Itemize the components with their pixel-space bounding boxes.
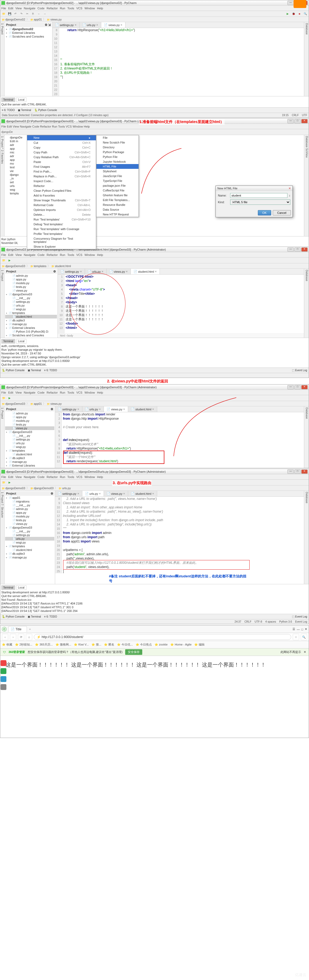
menu-navigate[interactable]: Navigate [24, 253, 35, 256]
tree-item[interactable]: 📄admin.py [5, 507, 54, 511]
browser-min-button[interactable]: — [297, 628, 300, 631]
bookmark-item[interactable]: ⭐ 365天历... [35, 643, 53, 647]
menu-item[interactable]: Find in Path...Ctrl+Shift+F [27, 169, 96, 174]
editor-tab[interactable]: 📄urls.py✕ [80, 22, 101, 28]
menu-item[interactable]: Gherkin feature file [96, 193, 139, 197]
menu-run[interactable]: Run [60, 391, 65, 394]
menu-run[interactable]: Run [60, 253, 65, 256]
maximize-button[interactable]: □ [295, 469, 301, 474]
tree-item[interactable]: 📄models.py [5, 281, 57, 285]
cancel-button[interactable]: Cancel [273, 210, 291, 215]
browser-tab[interactable]: 📄 Title [8, 626, 27, 632]
database-sidebar-tab[interactable]: Database [304, 269, 309, 338]
code[interactable]: return HttpResponse("<h1>Hello,World!</h… [59, 28, 304, 96]
tree-item[interactable]: 📄tests.py [5, 518, 54, 522]
menu-item[interactable]: Python File [96, 154, 139, 159]
menu-item[interactable]: HTML File [96, 164, 139, 169]
menu-item[interactable]: TypeScript File [96, 178, 139, 183]
tree-item[interactable]: ▸📄db.sqlite3 [5, 552, 54, 555]
tree-item[interactable]: 📄views.py [5, 289, 57, 293]
project-sidebar-tab[interactable]: 1: Project 7: Structure [0, 491, 5, 584]
vicon-3[interactable] [0, 676, 6, 682]
open-icon[interactable]: 📁 [2, 11, 6, 16]
stop-icon[interactable]: ■ [297, 11, 302, 16]
menubar[interactable]: FileEditViewNavigateCodeRefactorRunTools… [0, 252, 309, 258]
menu-item[interactable]: Jupyter Notebook [96, 159, 139, 164]
tree-item[interactable]: 📄views.py [5, 426, 54, 430]
tree-item[interactable]: 📄migrations [5, 500, 54, 503]
bookmark-item[interactable]: ⭐ 微格网... [56, 643, 71, 647]
browser-close-button[interactable]: ✕ [305, 627, 307, 631]
minimize-button[interactable]: — [287, 385, 294, 389]
menu-item[interactable]: PasteCtrl+V [27, 159, 96, 164]
editor-tabs[interactable]: 📄settings.py✕📄urls.py✕📄views.py✕📄student… [55, 491, 304, 497]
menu-item[interactable]: Run 'Test templates'Ctrl+Shift+F10 [27, 217, 96, 222]
tree-item[interactable]: ▸📄templates [5, 544, 54, 548]
updown-icon[interactable]: ↕ [289, 194, 291, 197]
menu-item[interactable]: JavaScript File [96, 173, 139, 178]
editor-tabs[interactable]: 📄settings.py✕📄urls.py✕📄views.py✕📄student… [55, 406, 304, 412]
tree-item[interactable]: ▸📄templates [5, 449, 54, 452]
menu-item[interactable]: Copy Relative PathCtrl+Alt+Shift+C [27, 155, 96, 159]
local-tab[interactable]: Local [16, 97, 26, 102]
browser-security-bar[interactable]: 🛡 360登录管家 想安全保存该问题的登录密码？（有他人也用这电脑,建议在"退出… [0, 648, 309, 656]
menu-window[interactable]: Window [84, 253, 95, 256]
debug-icon[interactable]: 🐞 [291, 11, 296, 16]
forward-icon[interactable]: → [42, 11, 47, 16]
tree-item[interactable]: 📄apps.py [5, 277, 57, 281]
menubar[interactable]: FileEditViewNavigateCodeRefactorRunTools… [0, 474, 309, 480]
tree-item[interactable]: 📄tests.py [5, 423, 54, 426]
menu-window[interactable]: Window [84, 476, 95, 479]
editor[interactable]: 891011121314151617181920212223 return Ht… [53, 28, 304, 96]
tree-item[interactable]: 📄settings.py [5, 438, 54, 441]
menu-vcs[interactable]: VCS [76, 391, 83, 394]
menu-item[interactable]: Reformat CodeCtrl+Alt+L [27, 203, 96, 207]
menu-vcs[interactable]: VCS [76, 7, 83, 10]
menu-item[interactable]: CutCtrl+X [27, 140, 96, 145]
menu-view[interactable]: View [16, 7, 22, 10]
menu-item[interactable]: Copy PathCtrl+Shift+C [27, 150, 96, 155]
menu-item[interactable]: Delete...Delete [27, 212, 96, 217]
python-console-tab[interactable]: 🐍 Python Console [34, 109, 57, 111]
tree-item[interactable]: 📄__init__.py [5, 530, 54, 533]
menu-item[interactable]: New HTTP Request [96, 212, 139, 217]
editor-tabs[interactable]: 📄settings.py✕📄urls.py✕📄views.py✕ [53, 22, 304, 28]
project-tree[interactable]: Project⚙ 📄admin.py📄apps.py📄models.py📄tes… [5, 406, 55, 468]
tree-item[interactable]: 📄urls.py [5, 304, 57, 307]
menubar[interactable]: FileEditViewNavigateCodeRefactorRunTools… [0, 390, 309, 395]
copy-icon[interactable]: ⎘ [30, 11, 35, 16]
database-sidebar-tab[interactable]: Database [304, 406, 309, 468]
editor-tab[interactable]: 📄views.py✕ [107, 269, 131, 274]
breadcrumb-item[interactable]: djangoDemo02 [2, 18, 26, 21]
menu-item[interactable]: Find UsagesAlt+F7 [27, 164, 96, 169]
bookmark-item[interactable]: ⭐ 搜... [91, 643, 101, 647]
menu-item[interactable]: Optimize ImportsCtrl+Alt+O [27, 207, 96, 212]
menu-window[interactable]: Window [84, 7, 95, 10]
menu-help[interactable]: Help [97, 476, 103, 479]
menu-run[interactable]: Run [60, 7, 65, 10]
menu-item[interactable]: Resource Bundle [96, 202, 139, 207]
databar[interactable]: Data Sources Detected: Connection proper… [2, 114, 108, 117]
home-button[interactable]: ⌂ [26, 634, 32, 640]
tree-item[interactable]: 📄models.py [5, 419, 54, 423]
vicon-4[interactable] [0, 684, 6, 690]
tree-item[interactable]: 📄Python 3.6 (Python36) D: [5, 330, 57, 333]
sec-right[interactable]: 此网站不再提示 [280, 650, 301, 654]
menu-tools[interactable]: Tools [67, 7, 74, 10]
menu-help[interactable]: Help [97, 253, 103, 256]
new-tab-button[interactable]: ＋ [29, 627, 32, 631]
editor-tab[interactable]: 📄urls.py✕ [82, 406, 104, 412]
terminal[interactable]: TerminalLocal Starting development serve… [0, 584, 309, 614]
menu-help[interactable]: Help [97, 7, 103, 10]
menu-icon[interactable]: ☰ [293, 627, 295, 631]
tree-item[interactable]: ▸📄manage.py [5, 322, 57, 326]
menu-item[interactable]: Data Source [96, 207, 139, 212]
breadcrumb-item[interactable]: templates [30, 264, 47, 268]
run-icon[interactable]: ▶ [7, 258, 12, 263]
menu-item[interactable]: Show in Explorer [27, 244, 96, 249]
context-menu-new[interactable]: FileNew Scratch FileDirectoryPython Pack… [96, 135, 139, 217]
project-sidebar-tab[interactable]: 1: Project * 2: Favorites [0, 135, 5, 236]
tree-item[interactable]: ▸📄Scratches and Consoles [5, 333, 57, 337]
menu-item[interactable]: package.json File [96, 183, 139, 188]
editor-tab[interactable]: 📄settings.py✕ [53, 22, 80, 28]
